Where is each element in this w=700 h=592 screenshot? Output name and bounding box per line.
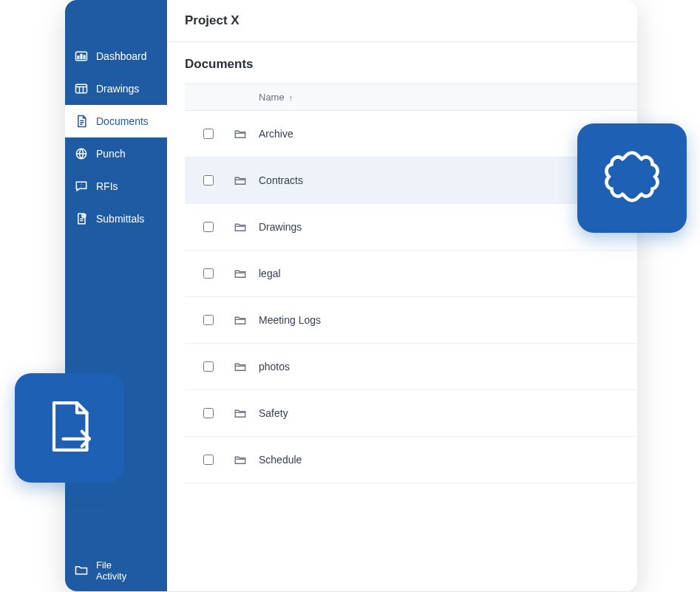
sidebar-item-label: Documents	[96, 115, 149, 127]
sidebar: Dashboard Drawings Documents	[65, 0, 167, 591]
table-row[interactable]: Schedule	[185, 437, 637, 483]
svg-rect-3	[84, 55, 85, 58]
punch-icon	[74, 146, 89, 161]
folder-icon	[74, 562, 89, 579]
sidebar-item-label: File Activity	[96, 559, 126, 582]
row-name: Meeting Logs	[259, 314, 637, 326]
folder-icon	[222, 220, 259, 234]
table-row[interactable]: Drawings	[185, 204, 637, 251]
submittals-icon	[74, 211, 89, 226]
row-checkbox[interactable]	[203, 268, 214, 279]
row-checkbox[interactable]	[203, 175, 214, 186]
documents-icon	[74, 114, 89, 129]
sidebar-item-label: Dashboard	[96, 50, 147, 62]
sort-asc-icon: ↑	[289, 93, 293, 102]
main-header: Project X	[167, 0, 637, 42]
row-checkbox[interactable]	[203, 455, 214, 465]
sidebar-item-documents[interactable]: Documents	[65, 105, 167, 137]
folder-icon	[222, 406, 259, 420]
folder-icon	[222, 313, 259, 327]
folder-icon	[222, 267, 259, 280]
dashboard-icon	[74, 49, 89, 64]
flower-icon	[598, 143, 666, 214]
row-name: photos	[259, 361, 637, 372]
sidebar-item-label: Drawings	[96, 83, 139, 95]
drawings-icon	[74, 81, 89, 96]
column-header-name-label: Name	[259, 92, 285, 103]
row-name: Schedule	[259, 454, 637, 466]
table-row[interactable]: Contracts	[185, 157, 637, 204]
row-checkbox[interactable]	[203, 361, 214, 372]
sidebar-item-punch[interactable]: Punch	[65, 137, 167, 170]
table-row[interactable]: Meeting Logs	[185, 297, 637, 344]
row-checkbox[interactable]	[203, 315, 214, 325]
sidebar-item-drawings[interactable]: Drawings	[65, 72, 167, 105]
table-header: Name ↑	[185, 84, 637, 111]
app-window: Dashboard Drawings Documents	[65, 0, 637, 591]
sidebar-item-label: RFIs	[96, 180, 118, 192]
rfis-icon	[74, 179, 89, 194]
folder-icon	[222, 453, 259, 466]
main-panel: Project X Documents Name ↑ Archive	[167, 0, 637, 591]
documents-table: Name ↑ Archive Contracts	[185, 84, 637, 483]
folder-icon	[222, 127, 259, 140]
row-checkbox[interactable]	[203, 222, 214, 232]
sidebar-item-submittals[interactable]: Submittals	[65, 203, 167, 235]
svg-rect-2	[81, 55, 82, 59]
table-row[interactable]: Archive	[185, 111, 637, 157]
table-row[interactable]: Safety	[185, 390, 637, 437]
sidebar-item-label: Punch	[96, 148, 126, 160]
export-badge	[15, 373, 124, 483]
svg-rect-1	[78, 56, 79, 58]
table-row[interactable]: legal	[185, 251, 637, 297]
column-header-name[interactable]: Name ↑	[259, 92, 637, 103]
file-export-icon	[38, 395, 101, 460]
row-name: legal	[259, 268, 637, 279]
sidebar-item-rfis[interactable]: RFIs	[65, 170, 167, 203]
row-checkbox[interactable]	[203, 129, 214, 139]
integration-badge	[577, 123, 687, 233]
sidebar-item-file-activity[interactable]: File Activity	[65, 551, 167, 591]
row-name: Safety	[259, 407, 637, 419]
svg-rect-4	[76, 84, 87, 93]
sidebar-item-label: Submittals	[96, 213, 144, 225]
section-title: Documents	[167, 42, 637, 84]
page-title: Project X	[185, 13, 619, 28]
folder-icon	[222, 360, 259, 373]
folder-icon	[222, 174, 259, 187]
sidebar-item-dashboard[interactable]: Dashboard	[65, 40, 167, 72]
row-checkbox[interactable]	[203, 408, 214, 418]
table-row[interactable]: photos	[185, 344, 637, 390]
